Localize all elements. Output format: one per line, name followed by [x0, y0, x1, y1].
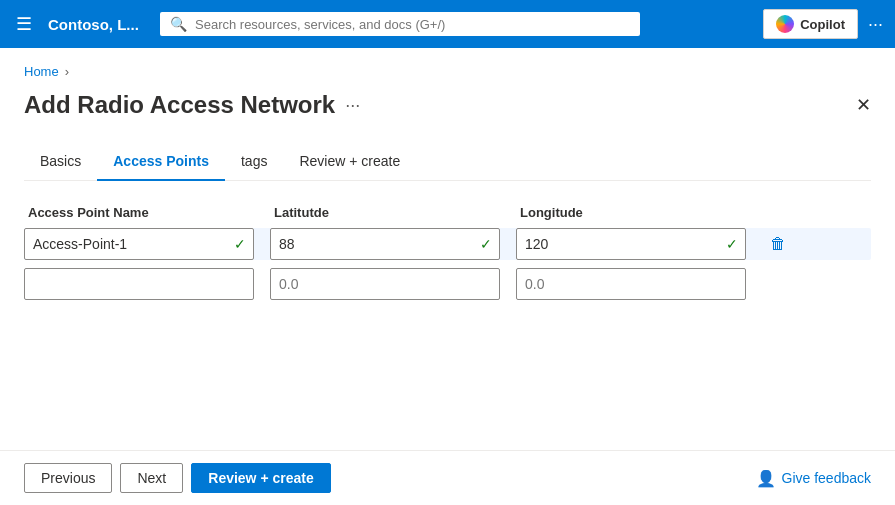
tab-basics[interactable]: Basics — [24, 143, 97, 181]
tab-tags[interactable]: tags — [225, 143, 283, 181]
next-button[interactable]: Next — [120, 463, 183, 493]
longitude-field-wrap-2 — [516, 268, 746, 300]
page-options-icon[interactable]: ··· — [345, 95, 360, 116]
previous-button[interactable]: Previous — [24, 463, 112, 493]
breadcrumb: Home › — [24, 64, 871, 79]
check-icon: ✓ — [480, 236, 492, 252]
main-content: Home › Add Radio Access Network ··· ✕ Ba… — [0, 48, 895, 505]
breadcrumb-separator: › — [65, 64, 69, 79]
check-icon: ✓ — [726, 236, 738, 252]
search-icon: 🔍 — [170, 16, 187, 32]
tab-access-points[interactable]: Access Points — [97, 143, 225, 181]
topbar-more-icon[interactable]: ··· — [868, 14, 883, 35]
latitude-field-wrap-2 — [270, 268, 500, 300]
col-header-name: Access Point Name — [28, 205, 258, 220]
longitude-input[interactable] — [516, 228, 746, 260]
access-point-name-input[interactable] — [24, 228, 254, 260]
topbar-title: Contoso, L... — [48, 16, 148, 33]
longitude-field-wrap: ✓ — [516, 228, 746, 260]
topbar: ☰ Contoso, L... 🔍 Copilot ··· — [0, 0, 895, 48]
feedback-label: Give feedback — [782, 470, 872, 486]
latitude-input[interactable] — [270, 228, 500, 260]
search-input[interactable] — [195, 17, 630, 32]
table-row — [24, 268, 871, 300]
search-bar[interactable]: 🔍 — [160, 12, 640, 36]
bottom-bar: Previous Next Review + create 👤 Give fee… — [0, 450, 895, 505]
page-title: Add Radio Access Network — [24, 91, 335, 119]
copilot-icon — [776, 15, 794, 33]
delete-row-button[interactable]: 🗑 — [762, 228, 794, 260]
access-point-name-field-wrap-2 — [24, 268, 254, 300]
table-row: ✓ ✓ ✓ 🗑 — [24, 228, 871, 260]
give-feedback-button[interactable]: 👤 Give feedback — [756, 469, 872, 488]
form-table: Access Point Name Latitutde Longitude ✓ … — [24, 205, 871, 300]
tabs-bar: Basics Access Points tags Review + creat… — [24, 143, 871, 181]
col-header-latitude: Latitutde — [274, 205, 504, 220]
access-point-name-input-2[interactable] — [24, 268, 254, 300]
copilot-label: Copilot — [800, 17, 845, 32]
form-header-row: Access Point Name Latitutde Longitude — [24, 205, 871, 220]
feedback-icon: 👤 — [756, 469, 776, 488]
close-button[interactable]: ✕ — [856, 96, 871, 114]
col-header-longitude: Longitude — [520, 205, 750, 220]
access-point-name-field-wrap: ✓ — [24, 228, 254, 260]
longitude-input-2[interactable] — [516, 268, 746, 300]
hamburger-menu-icon[interactable]: ☰ — [12, 9, 36, 39]
latitude-field-wrap: ✓ — [270, 228, 500, 260]
review-create-button[interactable]: Review + create — [191, 463, 330, 493]
check-icon: ✓ — [234, 236, 246, 252]
breadcrumb-home[interactable]: Home — [24, 64, 59, 79]
page-title-row: Add Radio Access Network ··· ✕ — [24, 91, 871, 119]
latitude-input-2[interactable] — [270, 268, 500, 300]
tab-review-create[interactable]: Review + create — [283, 143, 416, 181]
copilot-button[interactable]: Copilot — [763, 9, 858, 39]
topbar-right: Copilot ··· — [763, 9, 883, 39]
